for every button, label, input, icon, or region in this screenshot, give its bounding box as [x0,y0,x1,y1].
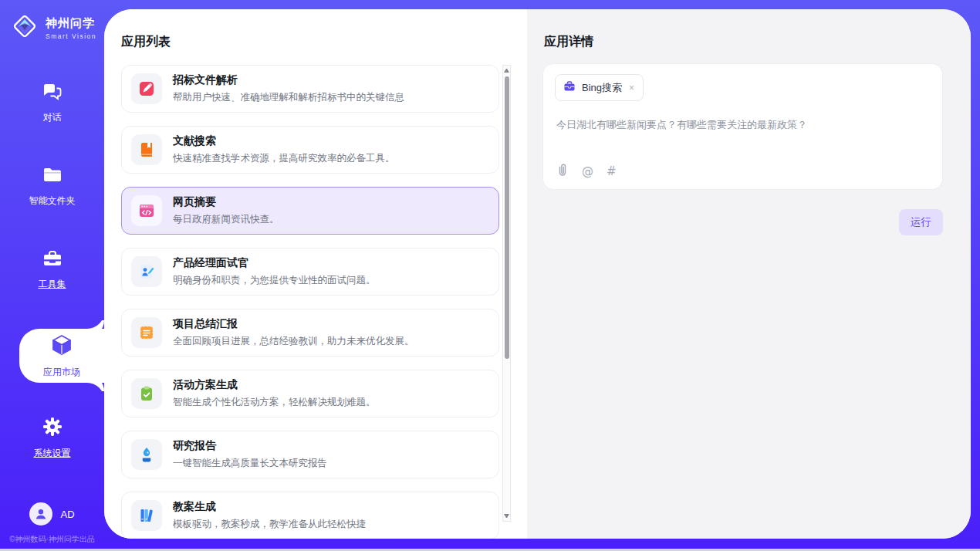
app-card-list: 招标文件解析 帮助用户快速、准确地理解和解析招标书中的关键信息 文献搜索 [121,65,499,539]
app-card-title: 研究报告 [173,439,327,453]
interview-doc-icon [131,256,162,287]
browser-code-icon [131,195,162,226]
app-list-title: 应用列表 [121,34,171,50]
hashtag-icon[interactable]: # [607,164,617,178]
sidebar-item-label: 工具集 [39,278,66,291]
cube-icon [49,333,74,360]
app-card-title: 招标文件解析 [173,73,404,87]
attachment-icon[interactable] [556,163,569,180]
tool-tag-label: Bing搜索 [582,81,622,95]
scroll-down-icon[interactable] [504,514,509,518]
gear-icon [41,415,64,441]
book-icon [131,134,162,165]
app-card-title: 网页摘要 [173,195,279,209]
tool-tag-bing-search[interactable]: Bing搜索 × [555,74,644,101]
app-card-desc: 一键智能生成高质量长文本研究报告 [173,457,327,470]
folder-icon [41,164,64,189]
brand-logo: 神州问学 Smart Vision [0,0,104,44]
app-card-desc: 快速精准查找学术资源，提高研究效率的必备工具。 [173,152,395,165]
user-avatar-icon [29,502,52,526]
sidebar-item-label: 应用市场 [43,366,80,379]
app-card-desc: 模板驱动，教案秒成，教学准备从此轻松快捷 [173,518,366,531]
attachment-toolbar: @ # [556,163,617,180]
app-card-title: 项目总结汇报 [173,317,414,331]
app-card-web-summary[interactable]: 网页摘要 每日政府新闻资讯快查。 [121,187,499,235]
app-list-pane: 应用列表 招标文件解析 帮助用户快速、准确地理解和解析招标书中的关键信息 [104,9,527,539]
query-input-card[interactable]: Bing搜索 × 今日湖北有哪些新闻要点？有哪些需要关注的最新政策？ @ # [542,63,943,190]
copyright-footer: ©神州数码·神州问学出品 [0,534,104,545]
query-text[interactable]: 今日湖北有哪些新闻要点？有哪些需要关注的最新政策？ [556,117,927,133]
sidebar-item-toolbox[interactable]: 工具集 [0,244,104,295]
main-content: 应用列表 招标文件解析 帮助用户快速、准确地理解和解析招标书中的关键信息 [104,9,971,539]
close-icon[interactable]: × [628,83,635,93]
sidebar-item-label: 智能文件夹 [29,194,76,208]
user-profile[interactable]: AD [0,502,104,526]
sidebar-item-settings[interactable]: 系统设置 [0,412,104,463]
sidebar-item-smart-folder[interactable]: 智能文件夹 [0,161,104,211]
app-card-pm-interviewer[interactable]: 产品经理面试官 明确身份和职责，为您提供专业性的面试问题。 [121,248,499,296]
ink-bottle-icon [131,439,162,470]
app-detail-title: 应用详情 [544,34,593,50]
sidebar-item-label: 对话 [43,111,62,124]
user-initials: AD [60,509,74,520]
sidebar: 神州问学 Smart Vision 对话 智能文件夹 [0,0,104,551]
app-card-desc: 明确身份和职责，为您提供专业性的面试问题。 [173,274,376,287]
mention-icon[interactable]: @ [582,164,593,178]
app-card-title: 产品经理面试官 [173,256,376,270]
brand-subtitle: Smart Vision [46,32,96,40]
briefcase-icon [563,80,576,95]
sidebar-item-app-market[interactable]: 应用市场 [19,329,104,383]
app-card-project-summary[interactable]: 项目总结汇报 全面回顾项目进展，总结经验教训，助力未来优化发展。 [121,309,499,357]
app-card-title: 教案生成 [173,500,366,514]
chat-icon [41,81,64,106]
app-card-event-plan[interactable]: 活动方案生成 智能生成个性化活动方案，轻松解决规划难题。 [121,370,499,417]
app-card-desc: 每日政府新闻资讯快查。 [173,213,279,226]
pen-document-icon [131,73,162,104]
sidebar-item-label: 系统设置 [34,447,71,460]
brand-name: 神州问学 [46,16,96,31]
app-detail-pane: 应用详情 Bing搜索 × 今日湖北有哪些新闻要点？有哪些需要关注的最新政策？ [527,9,971,539]
app-card-literature-search[interactable]: 文献搜索 快速精准查找学术资源，提高研究效率的必备工具。 [121,126,499,174]
app-card-title: 活动方案生成 [173,378,376,392]
app-list-scrollbar[interactable] [502,65,511,522]
scroll-up-icon[interactable] [504,69,509,73]
app-card-tender-parse[interactable]: 招标文件解析 帮助用户快速、准确地理解和解析招标书中的关键信息 [121,65,499,113]
run-button[interactable]: 运行 [899,209,943,235]
app-window: 神州问学 Smart Vision 对话 智能文件夹 [0,0,980,551]
scrollbar-thumb[interactable] [505,76,509,359]
app-card-desc: 全面回顾项目进展，总结经验教训，助力未来优化发展。 [173,335,414,348]
app-card-title: 文献搜索 [173,134,395,148]
toolbox-icon [41,248,64,272]
app-card-lesson-plan[interactable]: 教案生成 模板驱动，教案秒成，教学准备从此轻松快捷 [121,492,499,539]
app-card-desc: 智能生成个性化活动方案，轻松解决规划难题。 [173,396,376,409]
brand-diamond-icon [10,12,39,44]
note-icon [131,317,162,348]
books-icon [131,500,162,531]
app-card-research-report[interactable]: 研究报告 一键智能生成高质量长文本研究报告 [121,431,499,478]
clipboard-check-icon [131,378,162,409]
sidebar-item-chat[interactable]: 对话 [0,77,104,128]
app-card-desc: 帮助用户快速、准确地理解和解析招标书中的关键信息 [173,91,404,104]
